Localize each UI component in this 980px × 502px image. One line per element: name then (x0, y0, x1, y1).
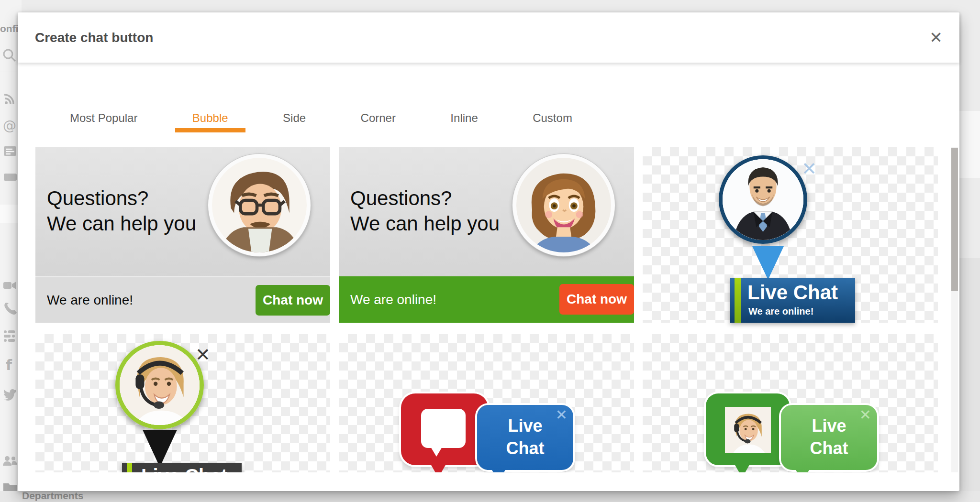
online-status-text: We are online! (748, 306, 813, 317)
preview-heading-line2: We can help you (350, 211, 500, 236)
female-cartoon-avatar (512, 154, 615, 256)
businessman-photo-avatar (723, 159, 803, 240)
chat-now-button: Chat now (559, 284, 634, 315)
chat-button-preview-speech-red-blue[interactable]: Live Chat ✕ (339, 334, 634, 472)
phone-icon[interactable] (2, 300, 18, 316)
pointer-triangle (752, 246, 784, 280)
config-label-fragment: onfi (0, 23, 18, 34)
close-icon[interactable]: ✕ (925, 27, 947, 49)
chat-now-button: Chat now (256, 285, 330, 316)
preview-close-icon: ✕ (859, 408, 871, 422)
create-chat-button-dialog: Create chat button ✕ Most Popular Bubble… (18, 12, 959, 491)
chat-button-preview-banner-green[interactable]: Questions? We can help you (339, 147, 634, 323)
form-icon[interactable] (2, 143, 18, 160)
preview-heading-line2: We can help you (47, 211, 196, 236)
preview-heading-line1: Questions? (47, 186, 196, 211)
tab-bubble[interactable]: Bubble (175, 107, 245, 129)
avatar-ring (719, 155, 807, 244)
preview-status-bar: We are online! Chat now (339, 276, 634, 323)
speech-bubble-blue: Live Chat ✕ (477, 405, 573, 470)
at-icon[interactable]: @ (2, 118, 18, 134)
twitter-icon[interactable] (2, 385, 18, 402)
online-status-text: We are online! (350, 292, 436, 307)
live-chat-line2: Chat (477, 437, 573, 459)
speech-bubble-dark-green (706, 393, 790, 465)
background-page-bottom (0, 491, 980, 502)
live-chat-line2: Chat (781, 437, 877, 459)
background-panel (959, 111, 980, 178)
sliders-icon[interactable] (2, 328, 18, 344)
departments-label: Departments (22, 490, 83, 502)
accent-stripe (127, 463, 132, 472)
headset-woman-photo (725, 407, 771, 453)
speech-bubble-blue-tail (492, 470, 505, 472)
tab-custom[interactable]: Custom (515, 107, 590, 129)
chat-button-preview-pin-blue[interactable]: ✕ Live Chat We are online! (643, 147, 938, 323)
svg-text:f: f (6, 357, 12, 373)
button-widget-icon[interactable] (2, 169, 18, 186)
tab-most-popular[interactable]: Most Popular (53, 107, 155, 129)
preview-status-bar: We are online! Chat now (35, 276, 330, 323)
live-chat-title: Live Chat (747, 281, 838, 304)
gallery-scroll-area: Questions? We can help you (18, 147, 948, 472)
chat-button-preview-banner-gray[interactable]: Questions? We can help you (35, 147, 330, 323)
live-chat-box: Live Chat We are online! (730, 278, 855, 323)
gallery-scrollbar[interactable] (951, 147, 958, 472)
male-cartoon-avatar (208, 154, 311, 256)
preview-close-icon: ✕ (802, 160, 817, 178)
svg-text:@: @ (3, 118, 16, 133)
avatar-ring (115, 341, 204, 429)
chat-button-preview-pin-dark[interactable]: ✕ Live Chat (35, 334, 330, 472)
tab-side[interactable]: Side (266, 107, 323, 129)
button-type-tabs: Most Popular Bubble Side Corner Inline C… (44, 107, 599, 129)
people-icon[interactable] (2, 453, 18, 469)
live-chat-box: Live Chat (122, 463, 242, 472)
preview-close-icon: ✕ (556, 408, 568, 422)
speech-bubble-light-green: Live Chat ✕ (781, 405, 877, 470)
inner-bubble-tail (431, 447, 442, 457)
speech-bubble-dark-green-tail (735, 464, 750, 472)
online-status-text: We are online! (47, 293, 133, 308)
headset-woman-avatar (120, 345, 200, 425)
video-icon[interactable] (2, 277, 18, 294)
tab-corner[interactable]: Corner (344, 107, 413, 129)
scrollbar-thumb[interactable] (951, 148, 958, 291)
preview-banner-body: Questions? We can help you (35, 147, 330, 276)
pointer-triangle (143, 430, 177, 467)
speech-bubble-red-tail (431, 464, 446, 472)
live-chat-title: Live Chat (141, 465, 227, 472)
dialog-title: Create chat button (35, 12, 153, 63)
dialog-header: Create chat button ✕ (18, 12, 959, 63)
facebook-icon[interactable]: f (2, 357, 18, 373)
search-icon[interactable] (2, 48, 18, 64)
preview-banner-body: Questions? We can help you (339, 147, 634, 276)
speech-bubble-red (401, 393, 488, 465)
speech-bubble-light-green-tail (796, 470, 809, 472)
chat-button-preview-speech-green[interactable]: Live Chat ✕ (643, 334, 938, 472)
background-page-right (959, 0, 980, 502)
preview-heading: Questions? We can help you (47, 186, 196, 236)
preview-heading: Questions? We can help you (350, 186, 500, 236)
preview-close-icon: ✕ (195, 346, 211, 364)
accent-stripe (735, 278, 741, 323)
background-panel (959, 258, 980, 502)
tab-inline[interactable]: Inline (433, 107, 495, 129)
sidebar-divider (0, 72, 18, 72)
inner-bubble-white (421, 409, 466, 448)
broadcast-icon[interactable] (2, 91, 18, 107)
preview-heading-line1: Questions? (350, 186, 500, 211)
